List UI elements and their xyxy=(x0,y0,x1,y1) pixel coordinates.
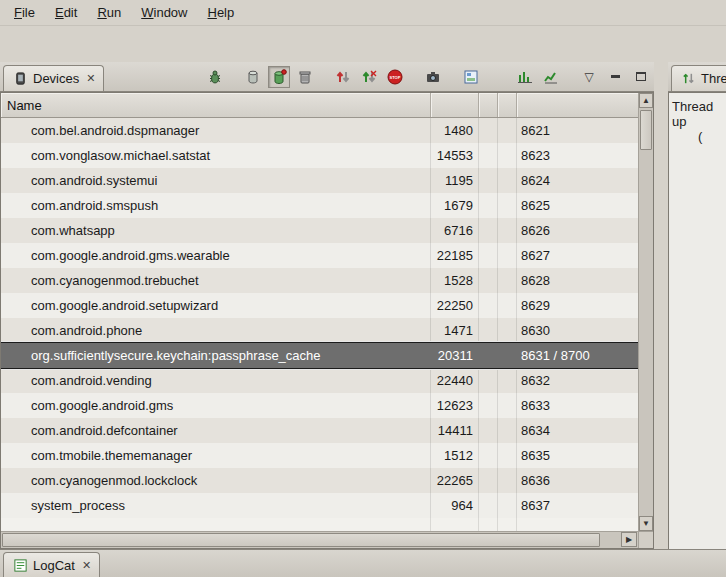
process-pid: 1512 xyxy=(429,443,473,468)
table-row[interactable]: com.cyanogenmod.trebuchet 1528 8628 xyxy=(1,268,638,293)
process-port: 8634 xyxy=(521,418,550,443)
tab-logcat-label: LogCat xyxy=(33,558,75,573)
column-header-pid[interactable] xyxy=(431,93,479,117)
table-row[interactable]: com.android.smspush 1679 8625 xyxy=(1,193,638,218)
maximize-button[interactable] xyxy=(630,66,652,88)
tab-threads-label: Threa xyxy=(701,71,726,86)
view-menu-icon[interactable]: ▽ xyxy=(578,66,600,88)
process-port: 8627 xyxy=(521,243,550,268)
process-pid: 14411 xyxy=(429,418,473,443)
process-name: com.bel.android.dspmanager xyxy=(31,118,199,143)
vertical-scroll-thumb[interactable] xyxy=(640,110,652,150)
threads-message-line2: ( xyxy=(698,129,726,144)
process-port: 8626 xyxy=(521,218,550,243)
tab-logcat[interactable]: LogCat ✕ xyxy=(3,552,100,577)
devices-tabbar: Devices ✕ xyxy=(0,62,654,92)
system-info-icon[interactable] xyxy=(460,66,482,88)
stop-threads-icon[interactable] xyxy=(358,66,380,88)
scroll-down-icon[interactable]: ▼ xyxy=(639,516,653,531)
table-row[interactable]: org.sufficientlysecure.keychain:passphra… xyxy=(1,343,638,368)
tab-devices-label: Devices xyxy=(33,71,79,86)
process-port: 8629 xyxy=(521,293,550,318)
debug-process-icon[interactable] xyxy=(204,66,226,88)
start-method-profiling-icon[interactable] xyxy=(514,66,536,88)
menu-edit[interactable]: Edit xyxy=(45,1,87,24)
column-header-b[interactable] xyxy=(498,93,517,117)
menu-file[interactable]: File xyxy=(4,1,45,24)
threads-message-line1: Thread up xyxy=(672,99,726,129)
process-name: com.android.smspush xyxy=(31,193,158,218)
process-port: 8623 xyxy=(521,143,550,168)
close-icon[interactable]: ✕ xyxy=(86,72,95,85)
process-port: 8633 xyxy=(521,393,550,418)
menu-window[interactable]: Window xyxy=(131,1,197,24)
stop-process-icon[interactable]: STOP xyxy=(384,66,406,88)
horizontal-scrollbar[interactable]: ▶ xyxy=(1,531,638,548)
process-pid: 1528 xyxy=(429,268,473,293)
logcat-icon xyxy=(12,557,28,573)
device-rows: com.bel.android.dspmanager 1480 8621 com… xyxy=(1,118,638,531)
table-row[interactable]: com.google.android.setupwizard 22250 862… xyxy=(1,293,638,318)
process-name: com.cyanogenmod.lockclock xyxy=(31,468,197,493)
scroll-up-icon[interactable]: ▲ xyxy=(639,93,653,108)
process-name: com.vonglasow.michael.satstat xyxy=(31,143,210,168)
process-pid: 1195 xyxy=(429,168,473,193)
update-heap-active-icon[interactable] xyxy=(268,66,290,88)
process-port: 8624 xyxy=(521,168,550,193)
menu-run[interactable]: Run xyxy=(87,1,131,24)
screen-capture-icon[interactable] xyxy=(422,66,444,88)
process-pid: 22265 xyxy=(429,468,473,493)
devices-view: Devices ✕ xyxy=(0,62,654,549)
table-row[interactable]: com.android.phone 1471 8630 xyxy=(1,318,638,343)
vertical-scrollbar[interactable]: ▲ ▼ xyxy=(638,93,653,531)
process-port: 8621 xyxy=(521,118,550,143)
threads-icon xyxy=(680,71,696,87)
maximize-icon xyxy=(636,72,646,81)
profiling-graph-icon[interactable] xyxy=(540,66,562,88)
threads-tabbar: Threa xyxy=(668,62,726,92)
table-row[interactable]: com.cyanogenmod.lockclock 22265 8636 xyxy=(1,468,638,493)
devices-table: Name com.bel.android.dspmanager 1480 862… xyxy=(0,92,654,549)
table-row[interactable]: com.bel.android.dspmanager 1480 8621 xyxy=(1,118,638,143)
menubar: File Edit Run Window Help xyxy=(0,0,726,26)
table-row[interactable]: com.android.systemui 1195 8624 xyxy=(1,168,638,193)
table-row[interactable]: system_process 964 8637 xyxy=(1,493,638,518)
table-row[interactable]: com.android.vending 22440 8632 xyxy=(1,368,638,393)
minimize-button[interactable] xyxy=(604,66,626,88)
process-name: org.sufficientlysecure.keychain:passphra… xyxy=(31,343,321,368)
process-pid: 22440 xyxy=(429,368,473,393)
column-header-port[interactable] xyxy=(517,93,638,117)
process-name: com.whatsapp xyxy=(31,218,115,243)
devices-toolbar: STOP ▽ xyxy=(204,62,652,91)
tab-threads[interactable]: Threa xyxy=(671,65,726,91)
cause-gc-icon[interactable] xyxy=(294,66,316,88)
close-icon[interactable]: ✕ xyxy=(82,559,91,572)
table-row[interactable]: com.android.defcontainer 14411 8634 xyxy=(1,418,638,443)
tab-devices[interactable]: Devices ✕ xyxy=(3,65,104,91)
column-header-a[interactable] xyxy=(479,93,498,117)
process-pid: 12623 xyxy=(429,393,473,418)
process-name: com.android.defcontainer xyxy=(31,418,178,443)
table-header: Name xyxy=(1,93,638,118)
process-pid: 20311 xyxy=(429,343,473,368)
menu-help[interactable]: Help xyxy=(197,1,244,24)
scrollbar-corner xyxy=(638,531,653,548)
table-row[interactable]: com.vonglasow.michael.satstat 14553 8623 xyxy=(1,143,638,168)
table-row[interactable]: com.google.android.gms.wearable 22185 86… xyxy=(1,243,638,268)
horizontal-scroll-thumb[interactable] xyxy=(2,533,600,547)
scroll-right-icon[interactable]: ▶ xyxy=(621,532,637,547)
table-row[interactable]: com.google.android.gms 12623 8633 xyxy=(1,393,638,418)
update-heap-icon[interactable] xyxy=(242,66,264,88)
logcat-bar: LogCat ✕ xyxy=(0,549,726,577)
threads-message: Thread up ( xyxy=(668,92,726,549)
process-name: com.android.vending xyxy=(31,368,152,393)
process-name: com.google.android.gms.wearable xyxy=(31,243,230,268)
process-port: 8632 xyxy=(521,368,550,393)
table-row[interactable]: com.tmobile.thememanager 1512 8635 xyxy=(1,443,638,468)
process-pid: 964 xyxy=(429,493,473,518)
process-pid: 1679 xyxy=(429,193,473,218)
update-threads-icon[interactable] xyxy=(332,66,354,88)
table-row[interactable]: com.whatsapp 6716 8626 xyxy=(1,218,638,243)
process-port: 8631 / 8700 xyxy=(521,343,590,368)
column-header-name[interactable]: Name xyxy=(1,93,431,117)
